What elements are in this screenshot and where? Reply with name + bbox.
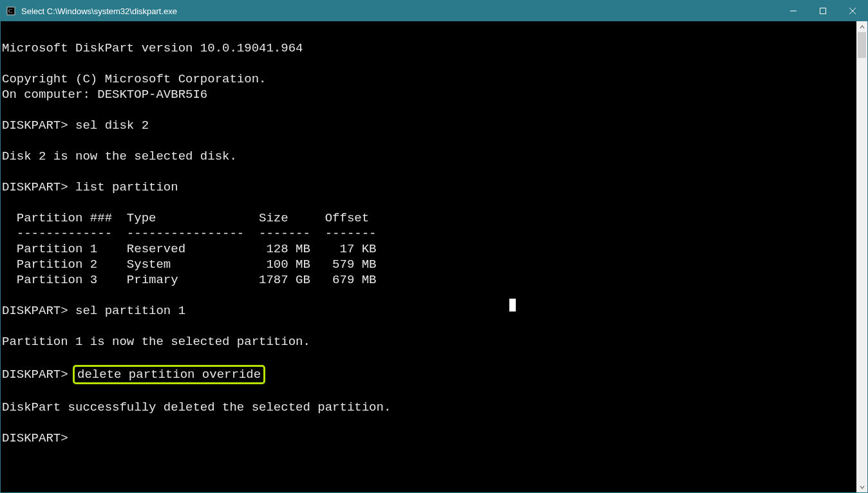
line-delete-success: DiskPart successfully deleted the select… [2,400,856,415]
line-blank [2,349,856,365]
line-cmd-list-partition: DISKPART> list partition [2,180,856,195]
window-controls [778,1,867,21]
line-blank [2,288,856,303]
line-copyright: Copyright (C) Microsoft Corporation. [2,71,856,87]
line-disk-selected: Disk 2 is now the selected disk. [2,149,856,164]
line-partition-selected: Partition 1 is now the selected partitio… [2,334,856,349]
vertical-scrollbar[interactable] [856,21,867,492]
line-cmd-sel-partition: DISKPART> sel partition 1 [2,303,856,319]
prompt: DISKPART> [2,118,68,133]
prompt: DISKPART> [2,180,68,194]
line-blank [2,164,856,180]
line-blank [2,319,856,334]
line-prompt-empty: DISKPART> [2,431,856,446]
table-row: Partition 2 System 100 MB 579 MB [2,257,856,272]
highlighted-command: delete partition override [73,365,265,384]
scroll-down-arrow-icon[interactable] [856,481,867,492]
table-divider: ------------- ---------------- ------- -… [2,226,856,241]
line-blank [2,384,856,400]
line-blank [2,133,856,149]
table-row: Partition 1 Reserved 128 MB 17 KB [2,241,856,257]
svg-rect-3 [820,8,826,14]
console-window: C Select C:\Windows\system32\diskpart.ex… [0,0,868,493]
table-header: Partition ### Type Size Offset [2,210,856,226]
line-blank [2,415,856,431]
line-blank [2,102,856,118]
svg-text:C: C [8,8,12,14]
line-version: Microsoft DiskPart version 10.0.19041.96… [2,41,856,56]
cmd-sel-disk: sel disk 2 [75,118,149,133]
window-title: Select C:\Windows\system32\diskpart.exe [21,6,177,16]
line-cmd-delete: DISKPART> delete partition override [2,365,856,384]
cmd-sel-partition: sel partition 1 [75,304,185,318]
close-button[interactable] [838,1,867,21]
scroll-up-arrow-icon[interactable] [856,21,867,32]
cmd-list-partition: list partition [75,180,178,194]
text-cursor [509,299,516,312]
minimize-button[interactable] [778,1,808,21]
app-icon: C [6,6,16,16]
line-blank [2,25,856,41]
client-area: Microsoft DiskPart version 10.0.19041.96… [1,21,867,492]
scrollbar-thumb[interactable] [858,32,866,58]
prompt: DISKPART> [2,431,68,445]
prompt: DISKPART> [2,304,68,318]
line-cmd-sel-disk: DISKPART> sel disk 2 [2,118,856,133]
line-blank [2,56,856,71]
titlebar[interactable]: C Select C:\Windows\system32\diskpart.ex… [1,1,867,21]
line-blank [2,195,856,210]
maximize-button[interactable] [808,1,838,21]
table-row: Partition 3 Primary 1787 GB 679 MB [2,272,856,288]
prompt: DISKPART> [2,367,68,382]
terminal-output[interactable]: Microsoft DiskPart version 10.0.19041.96… [1,21,856,492]
line-computer: On computer: DESKTOP-AVBR5I6 [2,87,856,102]
